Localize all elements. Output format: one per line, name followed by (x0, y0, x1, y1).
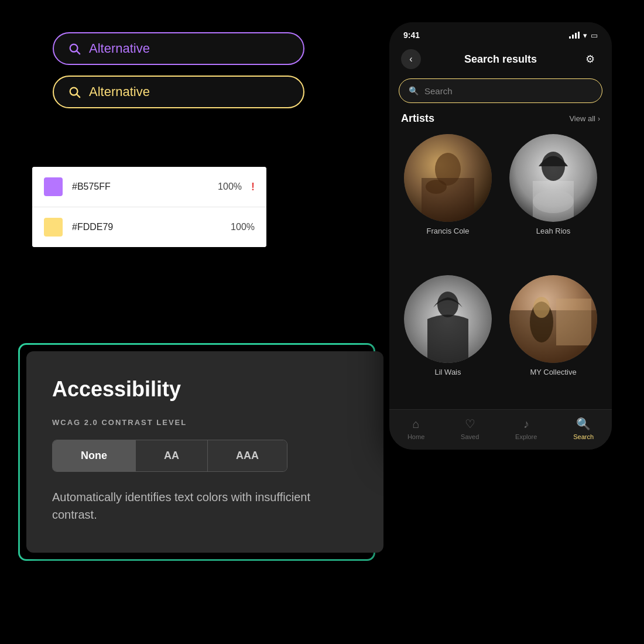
svg-point-22 (533, 297, 550, 318)
artist-name-leah-rios: Leah Rios (536, 227, 571, 235)
artists-header: Artists View all › (389, 112, 612, 134)
explore-icon: ♪ (523, 417, 529, 431)
nav-item-saved[interactable]: ♡ Saved (461, 417, 479, 440)
accessibility-panel: Accessibility WCAG 2.0 CONTRAST LEVEL No… (26, 351, 383, 553)
search-bar-yellow[interactable]: Alternative (53, 76, 304, 108)
status-icons: ▾ ▭ (569, 31, 598, 40)
color-hex-yellow: #FDDE79 (72, 222, 221, 232)
contrast-btn-aaa[interactable]: AAA (207, 440, 287, 471)
contrast-btn-aa[interactable]: AA (135, 440, 207, 471)
color-pct-purple: 100% (218, 181, 242, 192)
color-panel: #B575FF 100% ! #FDDE79 100% (32, 167, 266, 247)
view-all-link[interactable]: View all › (569, 114, 600, 123)
wifi-icon: ▾ (583, 31, 587, 40)
svg-rect-20 (556, 299, 591, 345)
color-swatch-purple (44, 177, 63, 196)
phone-mockup: 9:41 ▾ ▭ ‹ Search results ⚙ 🔍 Search Art… (389, 22, 612, 450)
color-row-yellow: #FDDE79 100% (32, 207, 266, 247)
nav-item-search[interactable]: 🔍 Search (573, 417, 594, 440)
phone-nav-header: ‹ Search results ⚙ (389, 44, 612, 76)
artist-card-my-collective[interactable]: MY Collective (504, 275, 602, 409)
svg-rect-8 (422, 178, 474, 222)
artist-avatar-lil-wais (404, 275, 492, 363)
status-bar: 9:41 ▾ ▭ (389, 22, 612, 44)
search-bar-purple[interactable]: Alternative (53, 32, 304, 65)
saved-icon: ♡ (465, 417, 475, 431)
artist-avatar-my-collective (509, 275, 597, 363)
artist-card-lil-wais[interactable]: Lil Wais (399, 275, 497, 409)
color-warning-purple: ! (251, 181, 255, 193)
search-bar-yellow-label: Alternative (89, 84, 150, 100)
nav-label-home: Home (407, 433, 424, 440)
artist-name-francis-cole: Francis Cole (427, 227, 470, 235)
home-icon: ⌂ (413, 417, 420, 431)
back-button[interactable]: ‹ (401, 49, 421, 69)
artist-avatar-francis-cole (404, 134, 492, 222)
phone-search-bar[interactable]: 🔍 Search (399, 78, 602, 103)
nav-label-explore: Explore (515, 433, 537, 440)
search-bar-purple-label: Alternative (89, 41, 150, 56)
color-pct-yellow: 100% (231, 222, 255, 232)
accessibility-description: Automatically identifies text colors wit… (52, 488, 358, 523)
artist-avatar-leah-rios (509, 134, 597, 222)
battery-icon: ▭ (591, 31, 598, 40)
color-swatch-yellow (44, 218, 63, 237)
settings-button[interactable]: ⚙ (580, 49, 600, 69)
phone-bottom-nav: ⌂ Home ♡ Saved ♪ Explore 🔍 Search (389, 409, 612, 450)
nav-label-search: Search (573, 433, 594, 440)
color-row-purple: #B575FF 100% ! (32, 167, 266, 207)
wcag-label: WCAG 2.0 CONTRAST LEVEL (52, 418, 358, 427)
phone-search-placeholder: Search (424, 86, 453, 96)
color-hex-purple: #B575FF (72, 181, 208, 192)
phone-search-icon: 🔍 (409, 86, 419, 95)
nav-label-saved: Saved (461, 433, 479, 440)
back-chevron-icon: ‹ (409, 54, 412, 64)
view-all-chevron-icon: › (598, 115, 600, 123)
nav-item-explore[interactable]: ♪ Explore (515, 417, 537, 440)
svg-point-16 (437, 292, 458, 317)
search-nav-icon: 🔍 (576, 417, 591, 431)
phone-title: Search results (464, 53, 537, 66)
artist-name-lil-wais: Lil Wais (434, 368, 461, 376)
accessibility-title: Accessibility (52, 377, 358, 402)
search-variants-container: Alternative Alternative (53, 32, 304, 108)
artists-label: Artists (401, 112, 434, 125)
svg-point-13 (533, 190, 574, 213)
svg-line-3 (77, 94, 80, 97)
search-icon-yellow (68, 85, 81, 98)
view-all-text: View all (569, 114, 595, 123)
signal-bars-icon (569, 32, 580, 39)
artist-card-leah-rios[interactable]: Leah Rios (504, 134, 602, 268)
artist-name-my-collective: MY Collective (530, 368, 576, 376)
artists-grid: Francis Cole (389, 134, 612, 409)
contrast-button-group: None AA AAA (52, 440, 287, 472)
svg-line-1 (77, 51, 80, 54)
contrast-btn-none[interactable]: None (53, 440, 135, 471)
artist-card-francis-cole[interactable]: Francis Cole (399, 134, 497, 268)
status-time: 9:41 (403, 30, 420, 40)
settings-gear-icon: ⚙ (585, 53, 595, 66)
search-icon-purple (68, 42, 81, 55)
nav-item-home[interactable]: ⌂ Home (407, 417, 424, 440)
